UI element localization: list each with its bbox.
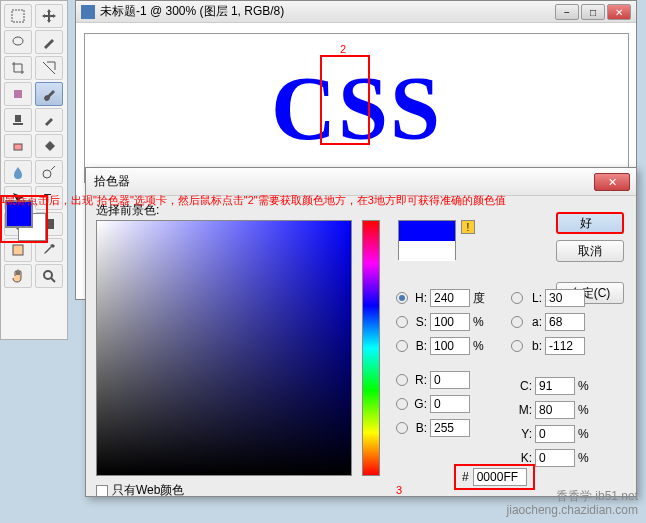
g-input[interactable] bbox=[430, 395, 470, 413]
document-icon bbox=[81, 5, 95, 19]
web-only-row[interactable]: 只有Web颜色 bbox=[96, 482, 184, 499]
marker-2-box bbox=[320, 55, 370, 145]
web-only-checkbox[interactable] bbox=[96, 485, 108, 497]
dodge-tool[interactable] bbox=[35, 160, 63, 184]
marquee-tool[interactable] bbox=[4, 4, 32, 28]
color-field[interactable] bbox=[96, 220, 352, 476]
close-button[interactable]: ✕ bbox=[607, 4, 631, 20]
bucket-tool[interactable] bbox=[35, 134, 63, 158]
svg-point-1 bbox=[13, 37, 23, 45]
bv-input[interactable] bbox=[430, 337, 470, 355]
document-titlebar[interactable]: 未标题-1 @ 300% (图层 1, RGB/8) − □ ✕ bbox=[76, 1, 636, 23]
marker-2-label: 2 bbox=[340, 43, 346, 55]
svg-point-10 bbox=[44, 271, 52, 279]
blur-tool[interactable] bbox=[4, 160, 32, 184]
wand-tool[interactable] bbox=[35, 30, 63, 54]
slice-tool[interactable] bbox=[35, 56, 63, 80]
hue-slider[interactable] bbox=[362, 220, 380, 476]
a-radio[interactable] bbox=[511, 316, 523, 328]
g-radio[interactable] bbox=[396, 398, 408, 410]
svg-rect-4 bbox=[13, 123, 23, 125]
b-radio[interactable] bbox=[396, 422, 408, 434]
zoom-tool[interactable] bbox=[35, 264, 63, 288]
hex-input[interactable] bbox=[473, 468, 527, 486]
gamut-warning-icon[interactable]: ! bbox=[461, 220, 475, 234]
svg-rect-3 bbox=[15, 115, 21, 122]
color-picker-dialog: 拾色器 ✕ 选择前景色: ! 好 取消 自定(C) H:度 S:% B:% R:… bbox=[85, 167, 637, 497]
move-tool[interactable] bbox=[35, 4, 63, 28]
l-input[interactable] bbox=[545, 289, 585, 307]
svg-rect-2 bbox=[14, 90, 22, 98]
tools-panel: T bbox=[0, 0, 68, 340]
minimize-button[interactable]: − bbox=[555, 4, 579, 20]
history-brush-tool[interactable] bbox=[35, 108, 63, 132]
hex-label: # bbox=[462, 470, 469, 484]
bv-radio[interactable] bbox=[396, 340, 408, 352]
document-title: 未标题-1 @ 300% (图层 1, RGB/8) bbox=[100, 3, 284, 20]
h-input[interactable] bbox=[430, 289, 470, 307]
hand-tool[interactable] bbox=[4, 264, 32, 288]
r-radio[interactable] bbox=[396, 374, 408, 386]
hex-field: # bbox=[454, 464, 535, 490]
svg-rect-9 bbox=[13, 245, 23, 255]
stamp-tool[interactable] bbox=[4, 108, 32, 132]
instruction-text: 鼠标点击后，出现"拾色器"选项卡，然后鼠标点击"2"需要获取颜色地方，在3地方即… bbox=[5, 193, 645, 208]
s-input[interactable] bbox=[430, 313, 470, 331]
ok-button[interactable]: 好 bbox=[556, 212, 624, 234]
new-color[interactable] bbox=[399, 221, 455, 241]
watermark: 香香学 ib51 net jiaocheng.chazidian.com bbox=[507, 489, 638, 517]
cancel-button[interactable]: 取消 bbox=[556, 240, 624, 262]
crop-tool[interactable] bbox=[4, 56, 32, 80]
picker-titlebar[interactable]: 拾色器 ✕ bbox=[86, 168, 636, 196]
r-input[interactable] bbox=[430, 371, 470, 389]
maximize-button[interactable]: □ bbox=[581, 4, 605, 20]
marker-3-label: 3 bbox=[396, 484, 402, 496]
old-color[interactable] bbox=[399, 241, 455, 261]
lab-fields: L: a: b: bbox=[511, 286, 585, 358]
a-input[interactable] bbox=[545, 313, 585, 331]
b-input[interactable] bbox=[430, 419, 470, 437]
eraser-tool[interactable] bbox=[4, 134, 32, 158]
c-input[interactable] bbox=[535, 377, 575, 395]
picker-close-button[interactable]: ✕ bbox=[594, 173, 630, 191]
hsb-fields: H:度 S:% B:% R: G: B: bbox=[396, 286, 491, 440]
k-input[interactable] bbox=[535, 449, 575, 467]
svg-point-6 bbox=[43, 170, 51, 178]
color-preview bbox=[398, 220, 456, 260]
heal-tool[interactable] bbox=[4, 82, 32, 106]
brush-tool[interactable] bbox=[35, 82, 63, 106]
h-radio[interactable] bbox=[396, 292, 408, 304]
y-input[interactable] bbox=[535, 425, 575, 443]
lb-input[interactable] bbox=[545, 337, 585, 355]
lb-radio[interactable] bbox=[511, 340, 523, 352]
picker-title: 拾色器 bbox=[94, 173, 130, 190]
marker-1-label: 1 bbox=[0, 193, 6, 205]
l-radio[interactable] bbox=[511, 292, 523, 304]
s-radio[interactable] bbox=[396, 316, 408, 328]
svg-rect-5 bbox=[14, 144, 22, 150]
cmyk-fields: C:% M:% Y:% K:% bbox=[516, 374, 596, 470]
lasso-tool[interactable] bbox=[4, 30, 32, 54]
m-input[interactable] bbox=[535, 401, 575, 419]
svg-rect-0 bbox=[12, 10, 24, 22]
web-only-label: 只有Web颜色 bbox=[112, 482, 184, 499]
